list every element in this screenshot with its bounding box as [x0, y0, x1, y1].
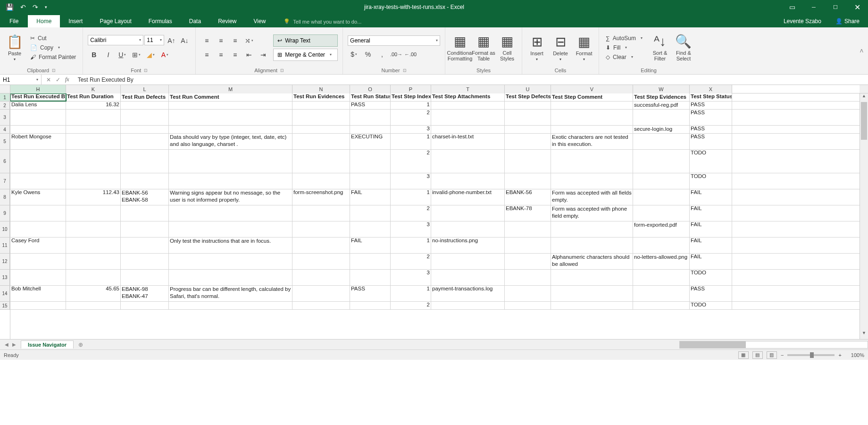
cell[interactable] [350, 270, 391, 285]
cell[interactable]: Dalia Lens [10, 102, 66, 109]
cell[interactable] [121, 302, 169, 309]
zoom-level[interactable]: 100% [851, 352, 864, 358]
cell[interactable]: PASS [690, 286, 732, 301]
underline-button[interactable]: U [116, 49, 128, 60]
cell[interactable] [350, 254, 391, 269]
cell[interactable]: 112.43 [66, 189, 121, 205]
cell[interactable]: FAIL [690, 238, 732, 253]
cell[interactable] [551, 110, 633, 125]
wrap-text-button[interactable]: ↩Wrap Text [273, 34, 338, 47]
cell[interactable] [66, 302, 121, 309]
cell[interactable] [121, 110, 169, 125]
clipboard-dialog-launcher[interactable]: ⊡ [52, 68, 56, 73]
share-button[interactable]: 👤 Share [831, 15, 864, 27]
delete-cells-button[interactable]: ⊟Delete▾ [549, 30, 572, 66]
cell[interactable]: EBANK-78 [505, 205, 551, 221]
cell[interactable]: 3 [391, 126, 431, 133]
cell[interactable] [431, 102, 505, 109]
cell[interactable] [431, 126, 505, 133]
cell[interactable] [169, 150, 292, 173]
cell[interactable] [66, 110, 121, 125]
cell[interactable]: Test Step Comment [551, 94, 633, 101]
cell[interactable]: 3 [391, 270, 431, 285]
cell[interactable] [292, 205, 350, 221]
row-header[interactable]: 13 [0, 270, 10, 286]
cell[interactable] [292, 110, 350, 125]
cell[interactable] [431, 110, 505, 125]
increase-decimal-icon[interactable]: .00→ [390, 49, 402, 60]
col-header-K[interactable]: K [66, 85, 121, 94]
row-header[interactable]: 8 [0, 189, 10, 205]
cell[interactable] [121, 173, 169, 189]
redo-icon[interactable]: ↷ [33, 3, 38, 11]
autosum-button[interactable]: ∑AutoSum▾ [604, 34, 646, 42]
cell[interactable] [10, 150, 66, 173]
cell[interactable]: Robert Mongose [10, 134, 66, 149]
cell[interactable]: Test Step Attachments [431, 94, 505, 101]
row-header[interactable]: 12 [0, 254, 10, 270]
collapse-ribbon-icon[interactable]: ᐱ [855, 27, 868, 74]
cell[interactable]: Form was accepted with phone field empty… [551, 205, 633, 221]
sheet-nav-next-icon[interactable]: ▶ [12, 342, 16, 347]
cell[interactable] [431, 254, 505, 269]
cell[interactable] [505, 102, 551, 109]
merge-center-button[interactable]: ⊞Merge & Center▾ [273, 49, 338, 61]
cell[interactable] [169, 173, 292, 189]
align-right-icon[interactable]: ≡ [229, 49, 241, 60]
cell[interactable] [292, 238, 350, 253]
tab-insert[interactable]: Insert [60, 15, 91, 27]
cell[interactable]: EBANK-56 [505, 189, 551, 205]
orientation-icon[interactable]: ⤭ [243, 35, 255, 46]
cell[interactable]: PASS [690, 134, 732, 149]
cell[interactable]: Test Step Status [690, 94, 732, 101]
row-header[interactable]: 6 [0, 150, 10, 173]
col-header-P[interactable]: P [391, 85, 431, 94]
cell[interactable] [10, 270, 66, 285]
cell[interactable] [633, 238, 690, 253]
col-header-H[interactable]: H [10, 85, 66, 94]
cell[interactable]: Exotic characters are not tested in this… [551, 134, 633, 149]
vertical-scrollbar[interactable]: ▲ ▼ [860, 94, 868, 339]
col-header-L[interactable]: L [121, 85, 169, 94]
col-header-O[interactable]: O [350, 85, 391, 94]
cell[interactable] [10, 254, 66, 269]
format-as-table-button[interactable]: ▦Format as Table [472, 30, 495, 66]
cell[interactable]: TODO [690, 270, 732, 285]
cell[interactable] [551, 286, 633, 301]
align-bottom-icon[interactable]: ≡ [229, 35, 241, 46]
font-name-combo[interactable]: Calibri▾ [88, 35, 143, 45]
cell[interactable] [505, 221, 551, 237]
percent-format-icon[interactable]: % [362, 49, 374, 60]
cell[interactable]: Test Run Status [350, 94, 391, 101]
cell[interactable]: Test Run Executed By [10, 94, 66, 101]
cell[interactable] [66, 221, 121, 237]
cell[interactable] [66, 134, 121, 149]
row-header[interactable]: 1 [0, 94, 10, 102]
number-format-combo[interactable]: General▾ [348, 35, 440, 46]
number-dialog-launcher[interactable]: ⊡ [403, 68, 407, 73]
cell-styles-button[interactable]: ▦Cell Styles [495, 30, 519, 66]
page-break-view-icon[interactable]: ▥ [767, 351, 777, 359]
cell[interactable] [350, 173, 391, 189]
cell[interactable]: no-letters-allowed.png [633, 254, 690, 269]
cell[interactable] [551, 150, 633, 173]
cell[interactable]: 45.65 [66, 286, 121, 301]
cell[interactable]: PASS [350, 286, 391, 301]
cell[interactable] [169, 102, 292, 109]
cell[interactable]: 2 [391, 302, 431, 309]
format-painter-button[interactable]: 🖌Format Painter [28, 53, 78, 61]
cell[interactable] [633, 110, 690, 125]
col-header-N[interactable]: N [292, 85, 350, 94]
cut-button[interactable]: ✂Cut [28, 34, 78, 42]
cell[interactable] [10, 173, 66, 189]
cell[interactable] [66, 254, 121, 269]
name-box[interactable]: H1▾ [0, 75, 42, 85]
page-layout-view-icon[interactable]: ▤ [752, 351, 763, 359]
cell[interactable] [350, 302, 391, 309]
cell[interactable]: form-screenshot.png [292, 189, 350, 205]
cell[interactable]: 1 [391, 102, 431, 109]
cell[interactable] [10, 110, 66, 125]
cell[interactable]: Test Step Index [391, 94, 431, 101]
conditional-formatting-button[interactable]: ▦Conditional Formatting [448, 30, 472, 66]
cell[interactable] [505, 150, 551, 173]
